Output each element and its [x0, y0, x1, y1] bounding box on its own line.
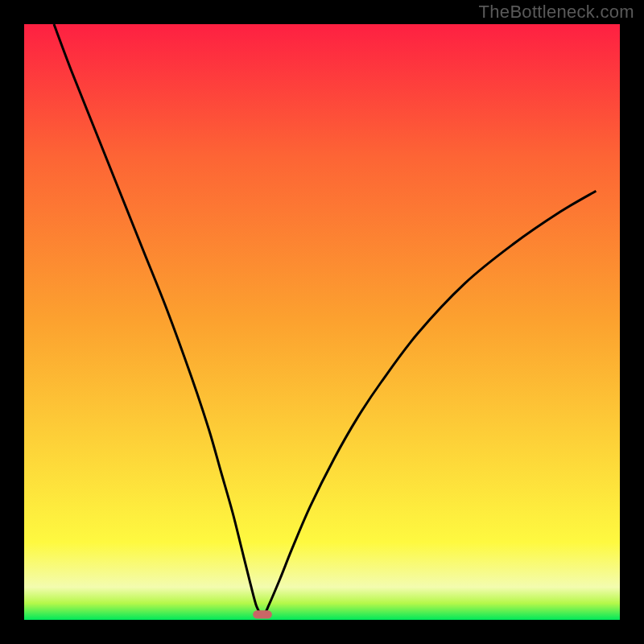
- bottleneck-chart: [0, 0, 644, 644]
- gradient-background: [24, 24, 620, 620]
- optimal-marker: [253, 610, 272, 618]
- watermark-text: TheBottleneck.com: [479, 2, 634, 23]
- chart-container: TheBottleneck.com: [0, 0, 644, 644]
